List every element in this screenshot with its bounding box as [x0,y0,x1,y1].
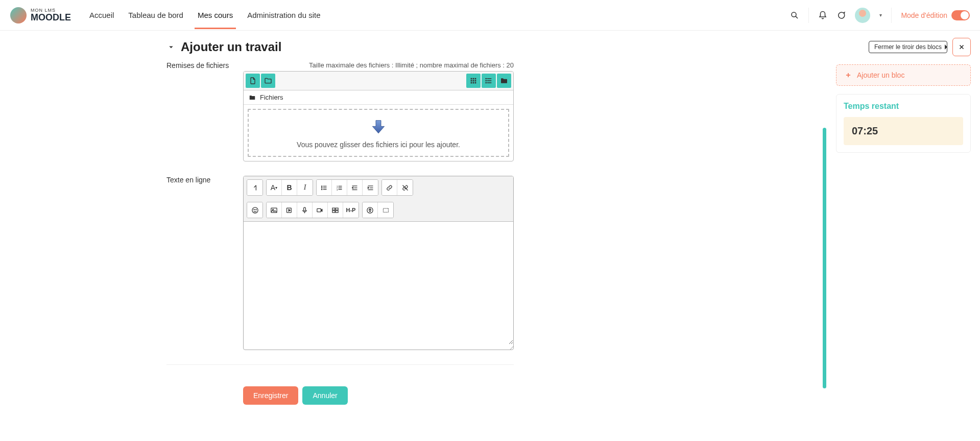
view-list-button[interactable] [482,74,496,88]
site-logo[interactable]: MON LMS MOODLE [10,7,71,24]
label-online-text: Texte en ligne [166,176,243,350]
svg-line-1 [796,16,798,18]
svg-rect-46 [336,208,338,210]
chevron-down-icon[interactable]: ▾ [879,12,882,18]
file-dropzone[interactable]: Vous pouvez glisser des fichiers ici pou… [248,109,509,157]
nav-siteadmin[interactable]: Administration du site [244,2,323,29]
add-file-button[interactable] [246,74,260,88]
svg-point-17 [322,185,322,186]
editor-content[interactable] [244,222,513,344]
navbar: MON LMS MOODLE Accueil Tableau de bord M… [0,0,980,31]
divider [891,8,892,23]
field-file-submissions: Taille maximale des fichiers : Illimité … [243,61,514,161]
editor-resize-handle[interactable] [244,344,513,350]
toolbar-image-button[interactable] [267,202,282,218]
close-drawer-button[interactable] [952,38,971,56]
nav-mycourses[interactable]: Mes cours [195,2,236,29]
section-header[interactable]: Ajouter un travail [166,31,514,61]
close-icon [958,43,965,51]
form-row-files: Remises de fichiers Taille maximale des … [166,61,514,166]
svg-rect-6 [473,80,474,82]
svg-point-37 [254,209,254,210]
toolbar-indent-button[interactable] [363,180,378,195]
file-manager: Fichiers Vous pouvez glisser des fichier… [243,71,514,161]
chat-icon[interactable] [836,11,846,20]
svg-rect-48 [336,211,338,213]
svg-rect-8 [471,82,472,84]
section-title: Ajouter un travail [181,40,281,54]
content-card: Ajouter un travail Remises de fichiers T… [166,31,514,429]
toolbar-emoji-button[interactable] [247,202,262,218]
logo-text: MON LMS MOODLE [31,8,71,22]
toolbar-ol-button[interactable]: 123 [332,180,347,195]
edit-mode-toggle[interactable]: Mode d'édition [901,10,970,20]
nav-home[interactable]: Accueil [86,2,117,29]
file-size-hint: Taille maximale des fichiers : Illimité … [243,61,514,69]
view-grid-button[interactable] [466,74,481,88]
toolbar-link-button[interactable] [382,180,397,195]
svg-point-16 [486,82,486,83]
fm-toolbar [244,72,513,90]
svg-rect-5 [471,80,472,82]
form-divider [166,364,514,365]
fm-breadcrumb[interactable]: Fichiers [244,90,513,105]
svg-point-0 [792,12,796,17]
svg-rect-45 [332,208,335,210]
add-block-button[interactable]: Ajouter un bloc [836,64,971,86]
toolbar-video-button[interactable] [313,202,328,218]
toolbar-bold-button[interactable]: B [282,180,297,195]
svg-point-50 [370,208,371,210]
toolbar-mic-button[interactable] [297,202,313,218]
toolbar-screenreader-button[interactable] [378,202,393,218]
toolbar-unlink-button[interactable] [397,180,413,195]
time-remaining-title: Temps restant [844,102,963,111]
save-button[interactable]: Enregistrer [243,386,298,405]
svg-rect-9 [473,82,474,84]
svg-text:3: 3 [337,189,338,191]
user-avatar[interactable] [855,8,870,23]
collapse-chevron-icon[interactable] [166,42,176,52]
svg-rect-7 [475,80,476,82]
editor-toolbar: A▾ B I 123 [244,176,513,222]
drawer-scrollbar[interactable] [823,128,826,388]
svg-rect-4 [475,78,476,80]
view-tree-button[interactable] [497,74,511,88]
svg-rect-47 [332,211,335,213]
svg-rect-44 [317,208,321,212]
add-folder-button[interactable] [261,74,275,88]
nav-dashboard[interactable]: Tableau de bord [125,2,186,29]
cancel-button[interactable]: Annuler [302,386,347,405]
logo-icon [10,7,27,24]
search-icon[interactable] [790,11,799,20]
toolbar-h5p-button[interactable]: H-P [343,202,358,218]
download-arrow-icon [368,117,389,137]
page-body: Ajouter un travail Remises de fichiers T… [0,31,980,441]
dropzone-text: Vous pouvez glisser des fichiers ici pou… [297,141,460,149]
toolbar-expand-button[interactable] [247,180,262,195]
toolbar-ul-button[interactable] [317,180,332,195]
fm-path-label: Fichiers [260,94,283,101]
main-column: Ajouter un travail Remises de fichiers T… [0,31,827,441]
blocks-drawer: Fermer le tiroir des blocs Ajouter un bl… [827,31,980,441]
toolbar-styles-button[interactable]: A▾ [267,180,282,195]
time-remaining-value: 07:25 [844,117,963,145]
nav-links: Accueil Tableau de bord Mes cours Admini… [86,2,324,29]
bell-icon[interactable] [818,11,827,20]
toolbar-accessibility-button[interactable] [363,202,378,218]
edit-mode-label: Mode d'édition [901,11,947,19]
svg-point-19 [322,189,322,190]
toolbar-outdent-button[interactable] [347,180,363,195]
toolbar-manage-files-button[interactable] [328,202,343,218]
toolbar-media-button[interactable] [282,202,297,218]
time-remaining-block: Temps restant 07:25 [836,94,971,153]
add-block-label: Ajouter un bloc [857,71,904,79]
form-row-onlinetext: Texte en ligne A▾ B I [166,172,514,354]
toggle-switch[interactable] [951,10,970,20]
svg-point-36 [252,207,257,213]
form-actions: Enregistrer Annuler [166,374,514,409]
toolbar-italic-button[interactable]: I [297,180,313,195]
svg-rect-3 [473,78,474,80]
svg-rect-2 [471,78,472,80]
svg-point-15 [486,80,486,81]
text-editor: A▾ B I 123 [243,176,514,350]
